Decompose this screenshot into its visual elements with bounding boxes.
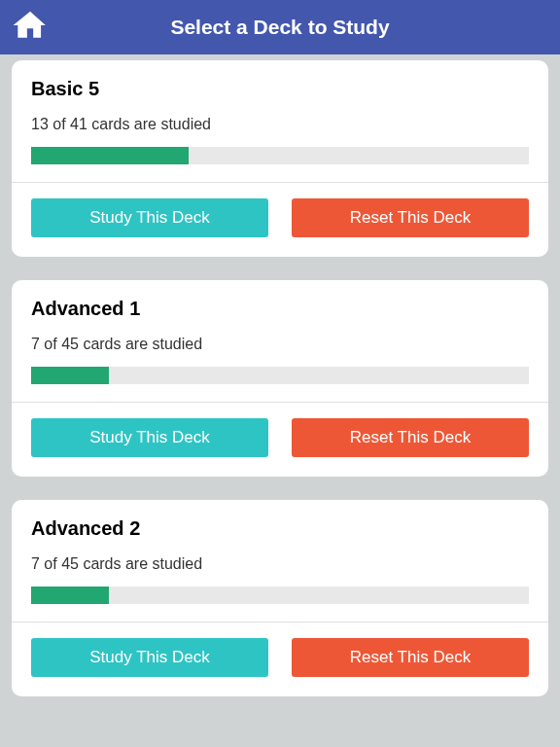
study-button[interactable]: Study This Deck (31, 418, 268, 457)
deck-card: Advanced 1 7 of 45 cards are studied Stu… (12, 280, 548, 477)
progress-fill (31, 587, 109, 604)
divider (12, 402, 548, 403)
deck-status: 13 of 41 cards are studied (31, 116, 529, 133)
button-row: Study This Deck Reset This Deck (31, 418, 529, 457)
deck-status: 7 of 45 cards are studied (31, 555, 529, 573)
deck-status: 7 of 45 cards are studied (31, 336, 529, 353)
deck-card: Advanced 2 7 of 45 cards are studied Stu… (12, 500, 548, 696)
reset-button[interactable]: Reset This Deck (292, 638, 529, 677)
app-header: Select a Deck to Study (0, 0, 560, 54)
progress-fill (31, 367, 109, 384)
deck-card: Basic 5 13 of 41 cards are studied Study… (12, 60, 548, 257)
progress-bar (31, 587, 529, 604)
button-row: Study This Deck Reset This Deck (31, 198, 529, 237)
deck-title: Advanced 2 (31, 517, 529, 540)
deck-title: Basic 5 (31, 78, 529, 100)
home-icon[interactable] (12, 7, 49, 48)
divider (12, 182, 548, 183)
page-title: Select a Deck to Study (170, 16, 389, 39)
reset-button[interactable]: Reset This Deck (292, 198, 529, 237)
progress-fill (31, 147, 189, 164)
divider (12, 622, 548, 622)
deck-title: Advanced 1 (31, 298, 529, 320)
study-button[interactable]: Study This Deck (31, 638, 268, 677)
study-button[interactable]: Study This Deck (31, 198, 268, 237)
button-row: Study This Deck Reset This Deck (31, 638, 529, 677)
progress-bar (31, 367, 529, 384)
deck-list: Basic 5 13 of 41 cards are studied Study… (0, 54, 560, 696)
reset-button[interactable]: Reset This Deck (292, 418, 529, 457)
progress-bar (31, 147, 529, 164)
